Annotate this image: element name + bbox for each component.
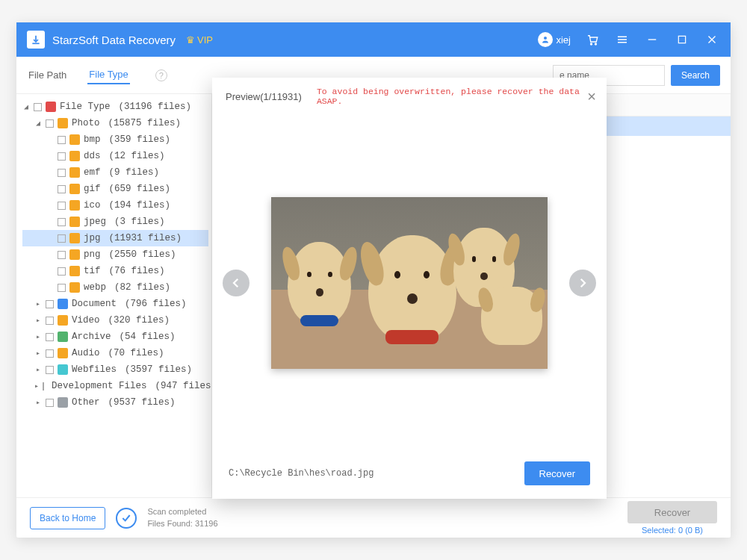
scan-status-line: Scan completed bbox=[147, 506, 217, 517]
folder-icon bbox=[58, 348, 68, 358]
caret-icon: ▸ bbox=[34, 365, 42, 374]
folder-icon bbox=[69, 249, 80, 260]
checkbox[interactable] bbox=[34, 103, 42, 111]
help-icon[interactable]: ? bbox=[155, 69, 167, 81]
tree-item-webp[interactable]: webp(82 files) bbox=[22, 279, 208, 296]
app-logo-icon bbox=[27, 31, 45, 49]
preview-recover-button[interactable]: Recover bbox=[524, 461, 590, 485]
tree-item-video[interactable]: ▸Video(320 files) bbox=[22, 312, 208, 329]
vip-badge[interactable]: ♛ VIP bbox=[186, 34, 213, 46]
tree-label: Archive bbox=[72, 332, 111, 342]
tree-count: (320 files) bbox=[108, 315, 170, 326]
folder-icon bbox=[58, 364, 68, 375]
checkbox[interactable] bbox=[58, 136, 66, 144]
caret-icon: ▸ bbox=[34, 382, 39, 391]
checkbox[interactable] bbox=[58, 218, 66, 226]
footer: Back to Home Scan completed Files Found:… bbox=[16, 497, 731, 538]
checkbox[interactable] bbox=[46, 119, 54, 128]
tree-item-audio[interactable]: ▸Audio(70 files) bbox=[22, 345, 208, 361]
folder-icon bbox=[58, 315, 68, 326]
checkbox[interactable] bbox=[58, 251, 66, 259]
folder-icon bbox=[69, 266, 80, 276]
caret-icon: ◢ bbox=[22, 102, 30, 111]
menu-icon[interactable] bbox=[614, 31, 630, 48]
preview-close-icon[interactable]: × bbox=[587, 89, 596, 104]
tree-item-dds[interactable]: dds(12 files) bbox=[22, 148, 208, 164]
preview-prev-button[interactable] bbox=[223, 270, 249, 296]
tree-item-emf[interactable]: emf(9 files) bbox=[22, 164, 208, 181]
tree-item-gif[interactable]: gif(659 files) bbox=[22, 181, 208, 197]
tree-item-jpeg[interactable]: jpeg(3 files) bbox=[22, 214, 208, 230]
user-account[interactable]: xiej bbox=[538, 32, 571, 47]
tree-label: ico bbox=[84, 200, 101, 211]
tree-count: (194 files) bbox=[109, 200, 171, 211]
folder-icon bbox=[46, 102, 56, 112]
checkbox[interactable] bbox=[46, 317, 54, 325]
checkbox[interactable] bbox=[58, 152, 66, 161]
svg-rect-3 bbox=[678, 36, 685, 43]
checkbox[interactable] bbox=[46, 300, 54, 308]
tree-item-png[interactable]: png(2550 files) bbox=[22, 246, 208, 263]
checkbox[interactable] bbox=[43, 382, 44, 391]
back-to-home-button[interactable]: Back to Home bbox=[30, 507, 105, 529]
tree-label: dds bbox=[84, 151, 101, 161]
tree-label: Audio bbox=[72, 348, 100, 358]
search-button[interactable]: Search bbox=[671, 65, 720, 86]
folder-icon bbox=[69, 134, 80, 145]
tree-label: Photo bbox=[72, 118, 100, 128]
checkbox[interactable] bbox=[58, 284, 66, 292]
caret-icon: ▸ bbox=[34, 316, 42, 325]
maximize-icon[interactable] bbox=[674, 31, 690, 48]
tree-count: (947 files) bbox=[155, 381, 212, 391]
recover-button[interactable]: Recover bbox=[627, 501, 717, 523]
files-found: Files Found: 31196 bbox=[147, 518, 217, 529]
preview-next-button[interactable] bbox=[569, 270, 596, 296]
preview-warning: To avoid being overwritten, please recov… bbox=[317, 87, 587, 106]
tree-label: Development Files bbox=[52, 381, 147, 391]
tree-item-jpg[interactable]: jpg(11931 files) bbox=[22, 230, 208, 246]
checkbox[interactable] bbox=[58, 185, 66, 193]
preview-modal: Preview(1/11931) To avoid being overwrit… bbox=[212, 78, 607, 499]
tree-count: (11931 files) bbox=[109, 233, 182, 243]
tree-item-bmp[interactable]: bmp(359 files) bbox=[22, 131, 208, 148]
tree-count: (3 files) bbox=[114, 217, 165, 227]
tree-label: Video bbox=[72, 315, 100, 326]
close-icon[interactable] bbox=[704, 31, 720, 48]
folder-icon bbox=[58, 299, 68, 309]
tree-label: jpg bbox=[84, 233, 101, 243]
tree-item-document[interactable]: ▸Document(796 files) bbox=[22, 296, 208, 312]
checkbox[interactable] bbox=[58, 169, 66, 177]
tree-photo[interactable]: ◢Photo(15875 files) bbox=[22, 115, 208, 131]
cart-icon[interactable] bbox=[584, 31, 601, 48]
tree-item-other[interactable]: ▸Other(9537 files) bbox=[22, 394, 208, 411]
checkbox[interactable] bbox=[58, 234, 66, 243]
tree-count: (12 files) bbox=[109, 151, 165, 161]
minimize-icon[interactable] bbox=[644, 31, 660, 48]
caret-icon: ▸ bbox=[34, 398, 42, 407]
tree-count: (659 files) bbox=[109, 184, 171, 194]
preview-file-path: C:\Recycle Bin\hes\road.jpg bbox=[229, 468, 374, 479]
tree-item-webfiles[interactable]: ▸Webfiles(3597 files) bbox=[22, 361, 208, 378]
folder-icon bbox=[69, 200, 80, 211]
tab-file-path[interactable]: File Path bbox=[27, 66, 68, 84]
checkbox[interactable] bbox=[46, 399, 54, 407]
checkbox[interactable] bbox=[58, 267, 66, 276]
tree-count: (9 files) bbox=[109, 167, 160, 178]
tab-file-type[interactable]: File Type bbox=[87, 66, 130, 84]
tree-item-dev[interactable]: ▸Development Files(947 files) bbox=[22, 378, 208, 394]
folder-icon bbox=[58, 118, 68, 128]
checkbox[interactable] bbox=[46, 366, 54, 374]
tree-count: (54 files) bbox=[120, 332, 176, 342]
tree-count: (76 files) bbox=[109, 266, 165, 276]
caret-icon: ▸ bbox=[34, 299, 42, 308]
tree-item-ico[interactable]: ico(194 files) bbox=[22, 197, 208, 214]
checkbox[interactable] bbox=[46, 333, 54, 341]
tree-item-archive[interactable]: ▸Archive(54 files) bbox=[22, 329, 208, 345]
tree-item-tif[interactable]: tif(76 files) bbox=[22, 263, 208, 279]
checkbox[interactable] bbox=[58, 202, 66, 210]
tree-label: bmp bbox=[84, 134, 101, 145]
tree-root[interactable]: ◢File Type(31196 files) bbox=[22, 99, 208, 115]
tree-count: (70 files) bbox=[108, 348, 164, 358]
checkbox[interactable] bbox=[46, 349, 54, 358]
vip-label: VIP bbox=[197, 34, 213, 46]
